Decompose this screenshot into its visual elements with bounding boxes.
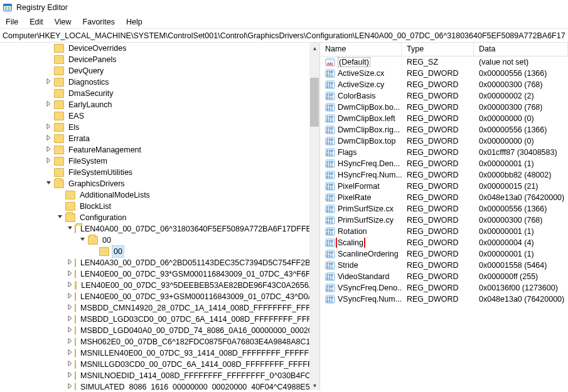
menu-help[interactable]: Help [121, 16, 148, 28]
list-row[interactable]: 011110ColorBasisREG_DWORD0x00000002 (2) [320, 90, 568, 102]
tree-node[interactable]: Els [0, 122, 319, 133]
tree-node[interactable]: LEN40A30_00_07DD_06^2BD051143DEC35C7394D… [0, 257, 319, 268]
tree-node-label: LEN40E00_00_07DC_93^5DEEBEB53AE82BDE96F4… [80, 280, 319, 291]
expand-icon[interactable] [67, 268, 73, 280]
list-row[interactable]: 011110DwmClipBox.bo...REG_DWORD0x0000030… [320, 102, 568, 113]
tree-node[interactable]: GraphicsDrivers [0, 178, 319, 189]
tree-node[interactable]: MSBDD_CMN14920_28_07DC_1A_1414_008D_FFFF… [0, 302, 319, 314]
tree-node[interactable]: MSNILLGD03CD0_00_07DC_6A_1414_008D_FFFFF… [0, 359, 319, 370]
expand-icon[interactable] [44, 133, 53, 144]
list-row[interactable]: 011110PixelFormatREG_DWORD0x00000015 (21… [320, 181, 568, 192]
tree-node[interactable]: SIMULATED_8086_1616_00000000_00020000_40… [0, 381, 319, 390]
menu-edit[interactable]: Edit [24, 16, 49, 28]
list-row[interactable]: 011110HSyncFreq.Den...REG_DWORD0x0000000… [320, 158, 568, 169]
value-name: PrimSurfSize.cy [338, 216, 394, 225]
value-name: DwmClipBox.rig... [338, 125, 400, 134]
tree-node[interactable]: EAS [0, 110, 319, 122]
scroll-up-arrow[interactable]: ▴ [309, 43, 319, 53]
expand-icon[interactable] [44, 144, 53, 156]
tree-node[interactable]: LEN40E00_00_07DC_93*GSM000116843009_01_0… [0, 268, 319, 280]
tree-node[interactable]: Diagnostics [0, 77, 319, 88]
column-header-data[interactable]: Data [474, 43, 568, 56]
svg-text:110: 110 [326, 81, 333, 85]
expand-icon[interactable] [67, 280, 73, 291]
list-row[interactable]: 011110PrimSurfSize.cyREG_DWORD0x00000300… [320, 215, 568, 226]
tree-node[interactable]: FileSystem [0, 156, 319, 167]
menu-view[interactable]: View [49, 16, 77, 28]
list-row[interactable]: 011110PixelRateREG_DWORD0x048e13a0 (7642… [320, 192, 568, 203]
tree-node[interactable]: Errata [0, 133, 319, 144]
value-name: (Default) [338, 57, 370, 67]
expand-icon[interactable] [44, 99, 53, 110]
tree-node[interactable]: DmaSecurity [0, 88, 319, 99]
scroll-down-arrow[interactable]: ▾ [309, 380, 319, 390]
list-row[interactable]: 011110DwmClipBox.topREG_DWORD0x00000000 … [320, 135, 568, 147]
tree-node[interactable]: MSNILNOEDID_1414_008D_FFFFFFFF_FFFFFFFF_… [0, 370, 319, 381]
list-row[interactable]: 011110HSyncFreq.Num...REG_DWORD0x0000bb8… [320, 169, 568, 181]
scroll-thumb[interactable] [310, 78, 319, 127]
expand-icon[interactable] [67, 257, 73, 268]
address-input[interactable] [3, 31, 565, 40]
expand-icon[interactable] [67, 336, 73, 347]
expand-icon[interactable] [67, 302, 73, 314]
list-row[interactable]: 011110VSyncFreq.Deno...REG_DWORD0x00136f… [320, 282, 568, 294]
list-row[interactable]: 011110DwmClipBox.rig...REG_DWORD0x000005… [320, 124, 568, 135]
tree-node[interactable]: LEN40E00_00_07DC_93+GSM000116843009_01_0… [0, 291, 319, 302]
tree-node[interactable]: Configuration [0, 212, 319, 223]
folder-icon [75, 315, 76, 324]
expand-icon[interactable] [44, 122, 53, 133]
tree-node[interactable]: 00 [0, 235, 319, 246]
expand-icon[interactable] [44, 77, 53, 88]
expand-icon[interactable] [67, 359, 73, 370]
tree-node[interactable]: DeviceOverrides [0, 43, 319, 54]
list-row[interactable]: 011110VSyncFreq.Num...REG_DWORD0x048e13a… [320, 294, 568, 305]
expand-icon[interactable] [67, 370, 73, 381]
folder-icon [75, 337, 76, 346]
expand-icon[interactable] [67, 291, 73, 302]
vertical-scrollbar[interactable]: ▴ ▾ [309, 43, 319, 390]
expand-icon[interactable] [67, 325, 73, 336]
tree-node[interactable]: BlockList [0, 201, 319, 212]
tree-node[interactable]: FileSystemUtilities [0, 167, 319, 178]
tree-node[interactable]: LEN40E00_00_07DC_93^5DEEBEB53AE82BDE96F4… [0, 280, 319, 291]
expand-icon[interactable] [67, 381, 73, 390]
dword-value-icon: 011110 [325, 147, 335, 157]
tree-node[interactable]: MSH062E0_00_07DB_C6^182FDC0875F0A76803E4… [0, 336, 319, 347]
tree-node-label: FeatureManagement [67, 144, 142, 156]
list-view[interactable]: ab(Default)REG_SZ(value not set)011110Ac… [320, 56, 568, 305]
column-header-type[interactable]: Type [402, 43, 474, 56]
list-row[interactable]: ab(Default)REG_SZ(value not set) [320, 56, 568, 68]
tree-node[interactable]: MSNILLEN40E00_00_07DC_93_1414_008D_FFFFF… [0, 347, 319, 359]
list-row[interactable]: 011110ActiveSize.cxREG_DWORD0x00000556 (… [320, 68, 568, 79]
tree-node[interactable]: DevicePanels [0, 54, 319, 65]
tree-node[interactable]: 00 [0, 246, 319, 257]
list-row[interactable]: 011110DwmClipBox.leftREG_DWORD0x00000000… [320, 113, 568, 124]
tree-node[interactable]: LEN40A00_00_07DC_06^31803640F5EF5089A772… [0, 223, 319, 235]
list-row[interactable]: 011110StrideREG_DWORD0x00001558 (5464) [320, 260, 568, 271]
list-row[interactable]: 011110PrimSurfSize.cxREG_DWORD0x00000556… [320, 203, 568, 215]
tree-node[interactable]: AdditionalModeLists [0, 189, 319, 201]
expand-icon[interactable] [67, 314, 73, 325]
list-row[interactable]: 011110ScanlineOrderingREG_DWORD0x0000000… [320, 248, 568, 260]
list-row[interactable]: 011110VideoStandardREG_DWORD0x000000ff (… [320, 271, 568, 282]
column-header-name[interactable]: Name [320, 43, 402, 56]
tree-view[interactable]: DeviceOverridesDevicePanelsDevQueryDiagn… [0, 43, 319, 390]
list-row[interactable]: 011110ScalingREG_DWORD0x00000004 (4) [320, 237, 568, 248]
list-row[interactable]: 011110FlagsREG_DWORD0x01cfff87 (30408583… [320, 147, 568, 158]
expand-icon[interactable] [67, 347, 73, 359]
tree-node[interactable]: MSBDD_LGD040A0_00_07DD_74_8086_0A16_0000… [0, 325, 319, 336]
list-row[interactable]: 011110RotationREG_DWORD0x00000001 (1) [320, 226, 568, 237]
list-row[interactable]: 011110ActiveSize.cyREG_DWORD0x00000300 (… [320, 79, 568, 90]
collapse-icon[interactable] [44, 178, 53, 189]
menu-favorites[interactable]: Favorites [77, 16, 121, 28]
menu-file[interactable]: File [0, 16, 24, 28]
tree-node[interactable]: DevQuery [0, 65, 319, 77]
expand-icon[interactable] [44, 156, 53, 167]
collapse-icon[interactable] [55, 212, 64, 223]
svg-text:110: 110 [326, 103, 333, 108]
tree-node[interactable]: EarlyLaunch [0, 99, 319, 110]
tree-node[interactable]: FeatureManagement [0, 144, 319, 156]
tree-node[interactable]: MSBDD_LGD03CD0_00_07DC_6A_1414_008D_FFFF… [0, 314, 319, 325]
collapse-icon[interactable] [67, 223, 73, 235]
collapse-icon[interactable] [78, 235, 87, 246]
